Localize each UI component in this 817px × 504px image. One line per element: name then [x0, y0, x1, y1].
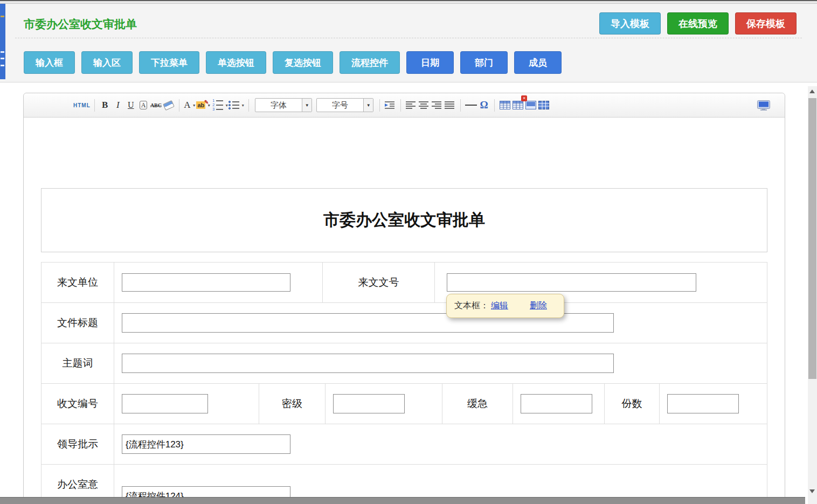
cell-file-title — [114, 303, 767, 343]
cell-urgency — [513, 384, 605, 424]
font-family-value: 字体 — [255, 99, 302, 112]
page-title: 市委办公室收文审批单 — [24, 17, 137, 32]
indent-button[interactable] — [384, 98, 397, 113]
cell-security-level — [326, 384, 442, 424]
checkbox-button[interactable]: 复选按钮 — [273, 51, 333, 74]
chevron-down-icon: ▼ — [225, 103, 229, 107]
horizontal-rule-button[interactable] — [465, 98, 477, 113]
cell-receipt-no — [114, 384, 259, 424]
vertical-scrollbar[interactable] — [808, 86, 817, 504]
urgency-input[interactable] — [521, 394, 592, 413]
text-color-button[interactable]: A ▼ — [183, 98, 196, 113]
security-level-input[interactable] — [333, 394, 405, 413]
header-top-row: 市委办公室收文审批单 导入模板 在线预览 保存模板 — [15, 4, 802, 38]
edit-link[interactable]: 编辑 — [491, 300, 508, 312]
editor-toolbar: HTML B I U A ABC A ▼ ab✎ ▼ 1 2 3 ▼ — [24, 93, 785, 118]
table-row: 领导批示 — [41, 424, 767, 465]
source-code-button[interactable]: HTML — [73, 98, 91, 113]
combo-arrow-icon[interactable]: ▼ — [363, 99, 373, 112]
highlight-color-button[interactable]: ab✎ ▼ — [196, 98, 211, 113]
scrollbar-thumb[interactable] — [808, 98, 816, 379]
receipt-no-input[interactable] — [122, 394, 208, 413]
table-row: 收文编号 密级 缓急 份数 — [41, 384, 767, 424]
import-template-button[interactable]: 导入模板 — [599, 12, 661, 34]
delete-x-badge: × — [521, 95, 527, 101]
font-size-select[interactable]: 字号 ▼ — [316, 98, 373, 112]
fullscreen-button[interactable] — [757, 98, 771, 113]
toolbar-separator — [248, 99, 249, 112]
strikethrough-button[interactable]: ABC — [149, 98, 162, 113]
label-subject-words: 主题词 — [41, 343, 114, 383]
align-right-button[interactable] — [431, 98, 444, 113]
delete-table-icon — [513, 101, 523, 109]
delete-link[interactable]: 删除 — [530, 300, 547, 312]
remove-format-button[interactable] — [162, 98, 175, 113]
copies-input[interactable] — [667, 394, 739, 413]
dropdown-menu-button[interactable]: 下拉菜单 — [139, 51, 199, 74]
cell-properties-button[interactable] — [537, 98, 550, 113]
left-fragment-mark — [1, 58, 4, 59]
header: 市委办公室收文审批单 导入模板 在线预览 保存模板 输入框 输入区 下拉菜单 单… — [0, 4, 817, 82]
label-receipt-no: 收文编号 — [41, 384, 114, 424]
monitor-icon — [757, 100, 771, 111]
document-title-block[interactable]: 市委办公室收文审批单 — [41, 188, 767, 252]
left-fragment-mark — [1, 16, 4, 17]
align-right-icon — [432, 101, 442, 109]
cell-leader-instructions — [114, 424, 767, 464]
toolbar-separator — [494, 99, 495, 112]
left-window-fragment — [0, 4, 5, 79]
control-toolbox: 输入框 输入区 下拉菜单 单选按钮 复选按钮 流程控件 日期 部门 成员 — [24, 51, 562, 74]
online-preview-button[interactable]: 在线预览 — [667, 12, 729, 34]
leader-instructions-input[interactable] — [122, 434, 290, 454]
date-button[interactable]: 日期 — [406, 51, 454, 74]
bullet-list-icon — [229, 101, 239, 109]
special-character-button[interactable]: Ω — [477, 98, 490, 113]
scrollbar-up-arrow-icon[interactable] — [809, 89, 815, 93]
text-color-letter: A — [184, 100, 190, 111]
department-button[interactable]: 部门 — [460, 51, 508, 74]
align-center-icon — [419, 101, 430, 109]
font-family-select[interactable]: 字体 ▼ — [255, 98, 312, 112]
numbered-list-button[interactable]: 1 2 3 ▼ — [211, 98, 229, 113]
combo-arrow-icon[interactable]: ▼ — [302, 99, 311, 112]
bold-button[interactable]: B — [99, 98, 112, 113]
tooltip-label: 文本框： — [454, 300, 489, 312]
table-properties-icon — [525, 101, 536, 109]
document-title: 市委办公室收文审批单 — [323, 209, 485, 231]
label-incoming-unit: 来文单位 — [41, 263, 114, 302]
subject-words-input[interactable] — [122, 354, 614, 373]
align-center-button[interactable] — [418, 98, 431, 113]
insert-table-icon — [500, 101, 510, 109]
indent-icon — [385, 101, 396, 109]
radio-button-button[interactable]: 单选按钮 — [206, 51, 266, 74]
highlight-icon: ab✎ — [196, 101, 205, 109]
left-fragment-mark — [1, 51, 4, 53]
incoming-unit-input[interactable] — [122, 273, 290, 292]
align-left-button[interactable] — [405, 98, 418, 113]
insert-table-button[interactable] — [498, 98, 511, 113]
input-area-button[interactable]: 输入区 — [81, 51, 133, 74]
font-style-box-icon[interactable]: A — [140, 101, 148, 109]
toolbar-separator — [379, 99, 380, 112]
member-button[interactable]: 成员 — [514, 51, 562, 74]
eraser-icon — [163, 100, 175, 110]
horizontal-rule-icon — [465, 105, 477, 106]
cell-subject-words — [114, 343, 767, 383]
input-box-button[interactable]: 输入框 — [24, 51, 75, 74]
chevron-down-icon: ▼ — [192, 103, 196, 107]
flow-control-button[interactable]: 流程控件 — [340, 51, 400, 74]
toolbar-separator — [400, 99, 401, 112]
align-justify-button[interactable] — [444, 98, 456, 113]
align-left-icon — [406, 101, 417, 109]
delete-table-button[interactable]: × — [511, 98, 524, 113]
italic-button[interactable]: I — [112, 98, 124, 113]
underline-button[interactable]: U — [124, 98, 137, 113]
incoming-doc-no-input[interactable] — [447, 273, 696, 292]
save-template-button[interactable]: 保存模板 — [735, 12, 797, 34]
scrollbar-down-arrow-icon[interactable] — [809, 489, 815, 493]
bullet-list-button[interactable]: ▼ — [229, 98, 245, 113]
editor-document-area[interactable]: 市委办公室收文审批单 来文单位 来文文号 文件标题 — [24, 118, 785, 504]
align-justify-icon — [445, 101, 455, 109]
window-top-edge — [0, 0, 817, 4]
toolbar-separator — [460, 99, 461, 112]
